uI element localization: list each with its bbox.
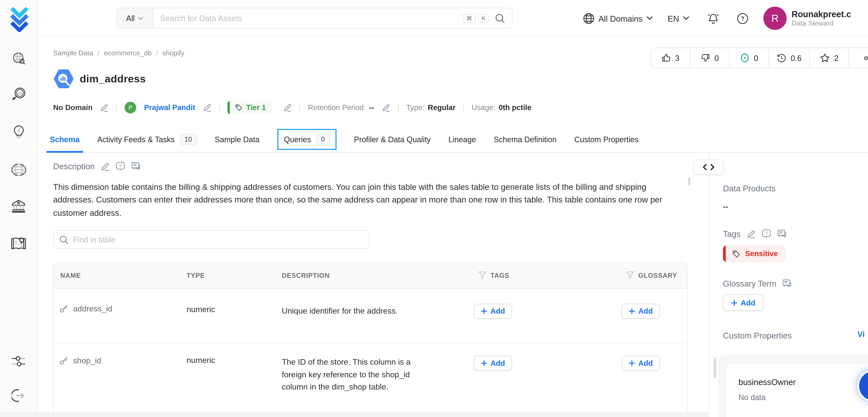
pencil-icon [203,103,211,111]
share-icon [864,53,868,63]
svg-text:?: ? [741,15,744,22]
view-all-link[interactable]: Vi [858,330,865,339]
star-button[interactable]: 2 [810,48,849,67]
sidebar-item-glossary[interactable] [10,235,27,252]
help-button[interactable]: ? [736,12,749,25]
tag-sensitive-label: Sensitive [745,250,778,258]
upvote-button[interactable]: 3 [651,48,690,67]
user-avatar[interactable]: R [763,7,786,30]
filter-icon[interactable] [478,271,487,280]
notifications-button[interactable] [707,12,719,25]
add-tag-button[interactable]: Add [474,304,513,319]
tag-icon [235,104,242,111]
usage-label: Usage: [471,103,495,111]
tab-schema[interactable]: Schema [50,126,80,152]
edit-tags-button[interactable] [746,229,755,238]
retention-value: -- [369,103,374,111]
tab-lineage[interactable]: Lineage [448,126,476,152]
sidebar-item-insights[interactable] [10,123,27,140]
edit-tier-button[interactable] [283,103,292,111]
incidents-button[interactable]: 0 [730,48,769,67]
tags-comments-button[interactable] [777,229,786,238]
thumbs-down-icon [701,53,710,63]
owner-link[interactable]: Prajwal Pandit [144,103,195,111]
pencil-icon [746,229,755,238]
user-avatar-initial: R [771,12,779,24]
tag-sensitive[interactable]: Sensitive [723,245,785,262]
version-number: 0.6 [791,54,802,62]
sidebar-item-explore[interactable] [10,51,27,67]
incident-dot-icon [740,53,749,63]
share-button[interactable] [849,48,868,67]
breadcrumb-item-database[interactable]: ecommerce_db [104,49,152,57]
downvote-button[interactable]: 0 [690,48,730,67]
custom-properties-card: businessOwner No data [718,355,868,417]
sidebar-item-observability[interactable] [10,86,27,102]
edit-retention-button[interactable] [382,103,390,111]
search-icon[interactable] [495,13,505,24]
pencil-icon [283,103,292,111]
edit-owner-button[interactable] [203,103,211,111]
tier-badge[interactable]: Tier 1 [227,100,273,114]
column-header-tags: TAGS [491,271,509,279]
sidebar-item-logout[interactable] [10,387,27,404]
domain-value: No Domain [53,103,93,111]
svg-text:?: ? [765,231,768,236]
add-glossary-term-button[interactable]: Add [622,304,660,319]
custom-property-item: businessOwner No data [726,364,868,417]
globe-search-icon [11,52,26,66]
domains-dropdown[interactable]: All Domains [583,12,653,24]
queries-focus-ring: Queries 0 [277,129,336,150]
language-label: EN [668,13,679,23]
star-count: 2 [834,54,839,62]
table-row: shop_id numeric The ID of the store. Thi… [54,344,687,413]
tab-schema-definition[interactable]: Schema Definition [494,126,557,152]
edit-domain-button[interactable] [100,103,108,111]
tab-sample-data[interactable]: Sample Data [215,126,259,152]
find-in-table-input[interactable] [73,235,364,244]
sidebar-item-govern[interactable] [10,198,27,215]
column-header-name: NAME [54,271,187,279]
find-in-table [53,230,370,249]
chevron-down-icon [138,16,144,20]
column-name: address_id [73,304,112,313]
filter-icon[interactable] [626,271,634,280]
bottom-scroll-strip[interactable] [0,413,709,417]
tab-queries[interactable]: Queries 0 [277,126,336,152]
collapse-panel-button[interactable] [694,159,723,174]
add-tag-button[interactable]: Add [474,356,513,371]
entity-tabs: Schema Activity Feeds & Tasks 10 Sample … [37,126,868,153]
queries-count-badge: 0 [316,134,330,145]
user-role: Data Steward [792,19,851,28]
breadcrumb-item-service[interactable]: Sample Data [53,49,93,57]
glossary-comments-button[interactable] [782,279,792,288]
app-logo-icon[interactable] [9,7,29,32]
description-comments-button[interactable] [131,162,141,171]
tags-label: Tags [723,229,741,238]
custom-properties-label: Custom Properties [723,331,792,340]
sidebar-item-settings[interactable] [10,353,27,370]
search-scope-dropdown[interactable]: All [117,8,153,28]
breadcrumb-item-schema[interactable]: shopify [162,49,184,57]
user-menu[interactable]: Rounakpreet.c Data Steward [792,8,851,28]
star-icon [820,53,830,63]
tab-custom-properties[interactable]: Custom Properties [575,126,639,152]
tab-activity-feeds[interactable]: Activity Feeds & Tasks 10 [97,126,197,152]
bank-icon [11,199,26,214]
right-panel-scrollbar[interactable] [713,357,716,378]
version-button[interactable]: 0.6 [769,48,810,67]
request-tags-button[interactable]: ? [762,229,771,238]
language-dropdown[interactable]: EN [668,13,689,23]
global-search-input[interactable] [153,14,463,23]
edit-description-button[interactable] [101,162,110,170]
sidebar-item-domains[interactable] [10,162,27,178]
main-scrollbar[interactable] [688,178,690,185]
globe-icon [11,163,26,177]
tab-profiler[interactable]: Profiler & Data Quality [354,126,431,152]
search-scope-value: All [126,14,134,23]
add-glossary-term-button[interactable]: Add [723,294,764,311]
search-chart-icon [11,87,26,102]
add-glossary-term-button[interactable]: Add [622,356,660,371]
breadcrumb: Sample Data / ecommerce_db / shopify [53,49,184,57]
request-description-button[interactable]: ? [116,162,125,171]
